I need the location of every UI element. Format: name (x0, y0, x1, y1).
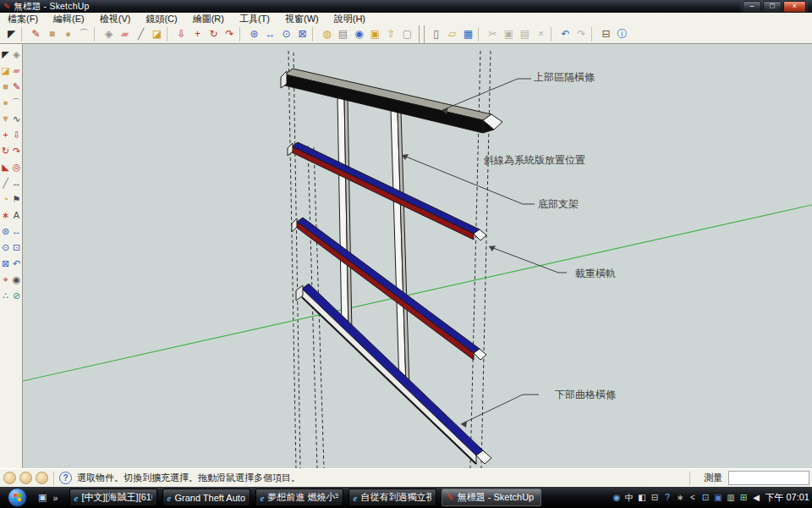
arc-tool[interactable]: ⌒ (11, 97, 22, 108)
print-button[interactable]: ⊟ (598, 26, 614, 42)
rotate-tool[interactable]: ↻ (206, 26, 222, 42)
status-hint-icon-3[interactable] (36, 472, 48, 484)
share-models-tool[interactable]: ⇧ (383, 26, 399, 42)
paint-bucket-tool[interactable]: ◪ (0, 65, 11, 76)
scale-tool[interactable]: ◣ (0, 162, 11, 173)
menu-view[interactable]: 檢視(V) (92, 13, 139, 25)
paint-bucket-tool[interactable]: ◪ (149, 26, 165, 42)
make-component-tool[interactable]: ◈ (11, 49, 22, 60)
tray-ime-language-icon[interactable]: 中 (624, 487, 634, 508)
menu-window[interactable]: 視窗(W) (277, 13, 326, 25)
orbit-tool[interactable]: ⊛ (0, 226, 11, 237)
axes-tool[interactable]: ∗ (0, 210, 11, 221)
tape-measure-tool[interactable]: ╱ (0, 178, 11, 189)
move-tool[interactable]: + (0, 130, 11, 141)
about-button[interactable]: ⓘ (614, 26, 630, 42)
make-component-tool[interactable]: ◈ (101, 26, 117, 42)
menu-file[interactable]: 檔案(F) (0, 13, 46, 25)
zoom-tool[interactable]: ⊙ (0, 242, 11, 253)
paste-button[interactable]: ▤ (517, 26, 533, 42)
pan-tool[interactable]: ↔ (262, 26, 278, 42)
orbit-tool[interactable]: ⊛ (246, 26, 262, 42)
eraser-tool[interactable]: ▰ (117, 26, 133, 42)
new-file-button[interactable]: ▯ (428, 26, 444, 42)
taskbar-task-gta[interactable]: e Grand Theft Auto B... (162, 489, 250, 506)
cut-button[interactable]: ✂ (485, 26, 501, 42)
help-question-icon[interactable]: ? (59, 472, 72, 484)
tray-app-icon[interactable]: ▣ (713, 487, 723, 508)
zoom-previous-tool[interactable]: ↶ (11, 258, 22, 269)
rectangle-tool[interactable]: ■ (44, 26, 60, 42)
open-file-button[interactable]: ▱ (444, 26, 460, 42)
tray-device-icon[interactable]: ∗ (675, 487, 685, 508)
quick-launch-overflow-chevron[interactable]: » (52, 493, 58, 503)
dimension-tool[interactable]: ↔ (11, 178, 22, 189)
offset-tool[interactable]: ◎ (11, 162, 22, 173)
get-models-tool[interactable]: ▣ (367, 26, 383, 42)
measurement-input[interactable] (728, 471, 809, 485)
menu-camera[interactable]: 鏡頭(C) (138, 13, 184, 25)
model-viewport[interactable]: 上部區隔橫條 斜線為系統版放置位置 底部支架 載重橫軌 下部曲格橫條 (23, 44, 812, 468)
select-tool[interactable]: ◤ (3, 26, 19, 42)
tray-printer-icon[interactable]: ⊟ (650, 487, 660, 508)
restore-button[interactable]: □ (763, 1, 782, 13)
follow-me-tool[interactable]: ↷ (11, 146, 22, 157)
eraser-tool[interactable]: ▰ (11, 65, 22, 76)
look-around-tool[interactable]: ◉ (11, 274, 22, 285)
status-hint-icon-2[interactable] (19, 472, 32, 484)
redo-button[interactable]: ↷ (573, 26, 590, 42)
save-file-button[interactable]: ▦ (460, 26, 476, 42)
polygon-tool[interactable]: ▼ (0, 113, 11, 124)
circle-tool[interactable]: ● (0, 97, 11, 108)
tray-network-globe-icon[interactable]: ◉ (612, 487, 622, 508)
move-tool[interactable]: + (189, 26, 206, 42)
tray-help-icon[interactable]: ? (662, 487, 672, 508)
rotate-tool[interactable]: ↻ (0, 146, 11, 157)
line-tool[interactable]: ✎ (11, 81, 22, 92)
tape-measure-tool[interactable]: ╱ (133, 26, 149, 42)
add-location-tool[interactable]: ◉ (351, 26, 367, 42)
zoom-extents-tool[interactable]: ⊠ (0, 258, 11, 269)
taskbar-task-sketchup[interactable]: ✎ 無標題 - SketchUp (442, 489, 541, 506)
taskbar-clock[interactable]: 下午 07:01 (765, 487, 809, 508)
status-hint-icon-1[interactable] (3, 472, 16, 484)
minimize-button[interactable]: – (743, 1, 761, 13)
zoom-window-tool[interactable]: ⊡ (11, 242, 22, 253)
section-plane-tool[interactable]: ⊘ (11, 290, 22, 301)
menu-help[interactable]: 說明(H) (326, 13, 373, 25)
zoom-extents-tool[interactable]: ⊠ (294, 26, 310, 42)
tray-volume-icon[interactable]: ◀ (751, 487, 761, 508)
protractor-tool[interactable]: ◔ (0, 194, 11, 205)
tray-chevron-icon[interactable]: < (688, 487, 698, 508)
walk-tool[interactable]: ∴ (0, 290, 11, 301)
close-button[interactable]: × (783, 1, 806, 13)
tray-network-icon[interactable]: ⊡ (700, 487, 710, 508)
freehand-tool[interactable]: ∿ (11, 113, 22, 124)
pan-tool[interactable]: ↔ (11, 226, 22, 237)
taskbar-task-dream[interactable]: e 夢想前進 燃燒小宇... (255, 489, 343, 506)
taskbar-task-window[interactable]: e 自從有到過獨立視... (348, 489, 436, 506)
undo-button[interactable]: ↶ (557, 26, 573, 42)
push-pull-tool[interactable]: ⇩ (173, 26, 189, 42)
model-page-tool[interactable]: ▢ (399, 26, 415, 42)
select-tool[interactable]: ◤ (0, 49, 11, 60)
start-button[interactable] (8, 488, 27, 507)
tray-ime-mode-icon[interactable]: ◧ (637, 487, 647, 508)
rectangle-tool[interactable]: ■ (0, 81, 11, 92)
menu-draw[interactable]: 繪圖(R) (185, 13, 232, 25)
zoom-tool[interactable]: ⊙ (278, 26, 294, 42)
text-tool[interactable]: ⚑ (11, 194, 22, 205)
offset-tool[interactable]: ↷ (222, 26, 238, 42)
copy-button[interactable]: ▣ (501, 26, 517, 42)
tray-display-icon[interactable]: ⊞ (738, 487, 749, 508)
menu-tools[interactable]: 工具(T) (232, 13, 277, 25)
position-camera-tool[interactable]: ⌖ (0, 274, 11, 285)
line-tool[interactable]: ✎ (28, 26, 44, 42)
menu-edit[interactable]: 編輯(E) (46, 13, 92, 25)
taskbar-task-onepiece[interactable]: e [中文][海賊王][610... (69, 489, 157, 506)
arc-tool[interactable]: ⌒ (76, 26, 92, 42)
push-pull-tool[interactable]: ⇩ (11, 130, 22, 141)
quick-launch-icon[interactable]: ▣ (38, 492, 47, 503)
get-current-view-tool[interactable]: ◍ (319, 26, 335, 42)
3d-text-tool[interactable]: A (11, 210, 22, 221)
